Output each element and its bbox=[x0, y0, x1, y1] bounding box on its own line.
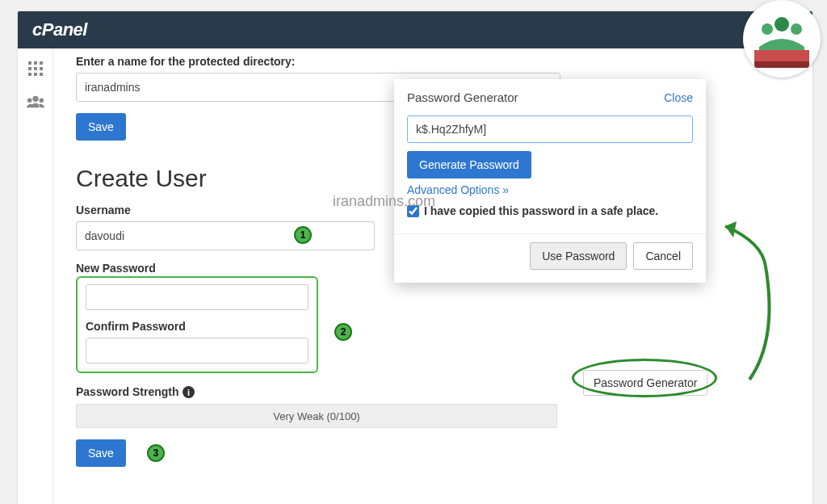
svg-rect-9 bbox=[40, 61, 43, 65]
copied-checkbox[interactable] bbox=[407, 205, 419, 217]
svg-point-1 bbox=[762, 23, 773, 35]
users-icon[interactable] bbox=[27, 94, 44, 113]
callout-badge-1: 1 bbox=[294, 226, 312, 244]
cancel-button[interactable]: Cancel bbox=[633, 242, 693, 270]
search-icon[interactable] bbox=[711, 48, 724, 64]
svg-rect-12 bbox=[40, 67, 43, 70]
svg-point-18 bbox=[39, 98, 44, 103]
svg-rect-11 bbox=[34, 67, 37, 70]
confirm-password-input[interactable] bbox=[86, 338, 309, 363]
protected-dir-label: Enter a name for the protected directory… bbox=[76, 55, 790, 68]
modal-title: Password Generator bbox=[407, 90, 518, 104]
strength-text: Very Weak (0/100) bbox=[273, 410, 359, 422]
info-icon[interactable]: i bbox=[183, 386, 195, 398]
svg-rect-13 bbox=[28, 73, 31, 76]
password-generator-button[interactable]: Password Generator bbox=[583, 370, 707, 396]
svg-point-16 bbox=[32, 96, 38, 102]
topbar: ccPanelPanel bbox=[18, 11, 812, 48]
copied-checkbox-row[interactable]: I have copied this password in a safe pl… bbox=[407, 204, 693, 217]
svg-point-2 bbox=[791, 23, 802, 35]
callout-badge-2: 2 bbox=[334, 323, 352, 341]
svg-rect-4 bbox=[754, 61, 809, 68]
modal-close-link[interactable]: Close bbox=[664, 91, 693, 104]
brand-logo: ccPanelPanel bbox=[32, 19, 87, 40]
password-generator-modal: Password Generator Close Generate Passwo… bbox=[394, 79, 706, 283]
app-shell: ccPanelPanel Enter a name for the protec… bbox=[18, 11, 812, 504]
svg-rect-3 bbox=[754, 50, 809, 61]
svg-rect-14 bbox=[34, 73, 37, 76]
sidebar bbox=[18, 48, 53, 504]
save-user-button[interactable]: Save bbox=[76, 439, 126, 467]
generated-password-input[interactable] bbox=[407, 116, 693, 143]
advanced-options-link[interactable]: Advanced Options » bbox=[407, 183, 509, 196]
use-password-button[interactable]: Use Password bbox=[530, 242, 627, 270]
save-dir-button[interactable]: Save bbox=[76, 113, 126, 141]
svg-rect-15 bbox=[40, 73, 43, 76]
generate-password-button[interactable]: Generate Password bbox=[407, 151, 531, 178]
svg-point-5 bbox=[712, 49, 720, 57]
password-strength-label: Password Strength bbox=[76, 385, 179, 398]
confirm-password-label: Confirm Password bbox=[86, 320, 309, 333]
callout-badge-3: 3 bbox=[147, 444, 165, 462]
svg-line-6 bbox=[719, 56, 722, 59]
grid-icon[interactable] bbox=[28, 61, 43, 80]
password-strength-meter: Very Weak (0/100) bbox=[76, 404, 557, 428]
svg-point-17 bbox=[27, 98, 31, 103]
copied-checkbox-label: I have copied this password in a safe pl… bbox=[424, 204, 658, 217]
username-input[interactable] bbox=[76, 221, 375, 250]
new-password-input[interactable] bbox=[86, 284, 309, 310]
svg-rect-8 bbox=[34, 61, 37, 65]
svg-rect-10 bbox=[28, 67, 31, 70]
password-highlight-box: Confirm Password bbox=[76, 276, 318, 373]
svg-rect-7 bbox=[28, 61, 31, 65]
svg-point-0 bbox=[775, 17, 789, 32]
watermark-logo bbox=[743, 0, 821, 78]
